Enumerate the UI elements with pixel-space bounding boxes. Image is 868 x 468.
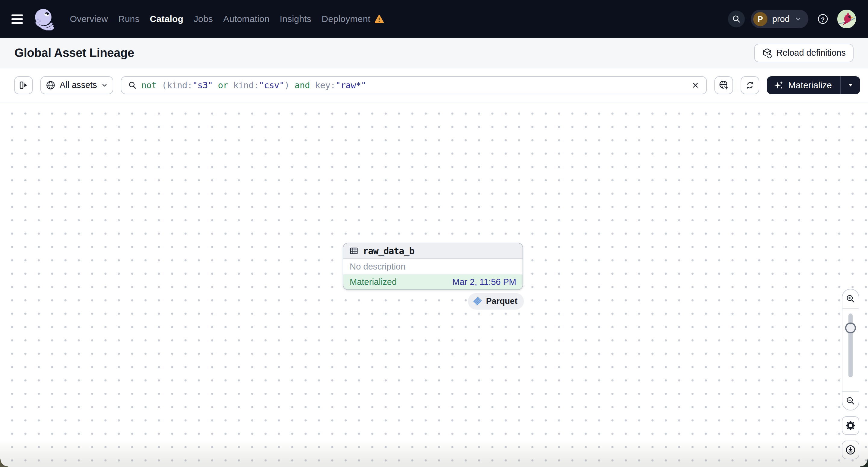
query-token: kind: [233, 80, 259, 90]
asset-filter-input[interactable]: not (kind:"s3" or kind:"csv") and key:"r… [121, 76, 707, 94]
globe-add-icon [719, 80, 729, 90]
materialize-split-button: Materialize [767, 76, 860, 94]
page-header: Global Asset Lineage Reload definitions [0, 38, 868, 68]
asset-scope-selector[interactable]: All assets [40, 76, 113, 94]
reload-definitions-label: Reload definitions [776, 48, 846, 58]
deployment-warning-icon [375, 14, 384, 24]
cardinal-avatar-image [837, 10, 856, 28]
search-icon [128, 81, 137, 90]
panel-expand-icon [19, 81, 28, 90]
zoom-slider[interactable] [842, 309, 859, 391]
close-icon [691, 81, 700, 89]
graph-settings-button[interactable] [842, 416, 859, 435]
nav-item-jobs[interactable]: Jobs [194, 14, 213, 24]
reload-package-icon [762, 48, 772, 58]
query-token: not [141, 80, 162, 90]
nav-item-overview[interactable]: Overview [70, 14, 108, 24]
refresh-button[interactable] [741, 76, 759, 94]
lineage-toolbar: All assets not (kind:"s3" or kind:"csv")… [0, 68, 868, 102]
environment-avatar: P [753, 12, 767, 26]
query-token: ) [284, 80, 289, 90]
asset-status-row: Materialized Mar 2, 11:56 PM [343, 274, 523, 289]
help-button[interactable]: ? [814, 10, 831, 27]
refresh-icon [745, 81, 755, 90]
query-token: and [289, 80, 315, 90]
materialize-button[interactable]: Materialize [767, 76, 840, 94]
canvas-corner-left [0, 459, 8, 467]
app-root: Overview Runs Catalog Jobs Automation In… [0, 0, 868, 468]
zoom-slider-thumb[interactable] [845, 322, 856, 333]
query-token: "csv" [259, 80, 284, 90]
gear-icon [845, 420, 856, 431]
zoom-in-icon [846, 294, 855, 304]
status-badge: Materialized [350, 277, 397, 287]
query-token: ( [162, 80, 167, 90]
kind-tag-parquet[interactable]: Parquet [468, 293, 524, 309]
nav-item-automation[interactable]: Automation [223, 14, 270, 24]
asset-scope-label: All assets [60, 80, 97, 90]
nav-item-deployment[interactable]: Deployment [322, 14, 370, 24]
top-nav: Overview Runs Catalog Jobs Automation In… [0, 0, 868, 38]
kind-tag-label: Parquet [486, 297, 518, 306]
query-token: "s3" [192, 80, 213, 90]
environment-switcher[interactable]: P prod [751, 10, 808, 28]
download-icon [845, 445, 856, 455]
svg-text:?: ? [821, 16, 825, 23]
nav-item-runs[interactable]: Runs [118, 14, 140, 24]
zoom-in-button[interactable] [842, 289, 859, 309]
download-graph-button[interactable] [842, 441, 859, 459]
environment-name: prod [772, 14, 790, 24]
query-token: "raw*" [336, 80, 366, 90]
page-title: Global Asset Lineage [14, 46, 134, 60]
table-icon [349, 246, 359, 255]
asset-description: No description [343, 259, 523, 274]
zoom-controls [842, 289, 859, 410]
lineage-canvas[interactable]: raw_data_b No description Materialized M… [0, 102, 868, 467]
reload-definitions-button[interactable]: Reload definitions [754, 44, 854, 62]
nav-item-catalog[interactable]: Catalog [150, 14, 183, 24]
query-token: or [213, 80, 234, 90]
dagster-logo[interactable] [33, 7, 55, 30]
chevron-down-icon [795, 15, 802, 23]
canvas-corner-right [860, 459, 868, 467]
globe-icon [46, 81, 55, 90]
asset-name: raw_data_b [363, 246, 414, 256]
help-icon: ? [817, 13, 829, 25]
query-token: key: [315, 80, 336, 90]
materialization-timestamp[interactable]: Mar 2, 11:56 PM [453, 277, 516, 287]
zoom-out-icon [846, 396, 855, 406]
view-full-catalog-button[interactable] [714, 76, 733, 94]
asset-node-header: raw_data_b [343, 243, 523, 259]
zoom-out-button[interactable] [842, 391, 859, 410]
chevron-down-icon [101, 82, 108, 89]
user-avatar[interactable] [837, 10, 856, 28]
sparkles-icon [774, 81, 784, 90]
search-icon [732, 14, 741, 24]
nav-links: Overview Runs Catalog Jobs Automation In… [70, 14, 384, 24]
materialize-label: Materialize [788, 80, 832, 90]
asset-node-raw-data-b[interactable]: raw_data_b No description Materialized M… [343, 243, 523, 290]
materialize-options-button[interactable] [840, 76, 860, 94]
dagster-octopus-icon [33, 7, 55, 30]
query-token: kind: [167, 80, 192, 90]
caret-down-icon [847, 82, 854, 88]
open-sidebar-button[interactable] [14, 76, 33, 94]
asset-filter-query: not (kind:"s3" or kind:"csv") and key:"r… [141, 80, 685, 90]
clear-filter-button[interactable] [689, 79, 702, 92]
global-search-button[interactable] [728, 10, 745, 27]
nav-item-insights[interactable]: Insights [280, 14, 311, 24]
parquet-icon [473, 297, 483, 306]
nav-right-actions: P prod ? [728, 10, 856, 28]
hamburger-menu-button[interactable] [11, 12, 25, 26]
